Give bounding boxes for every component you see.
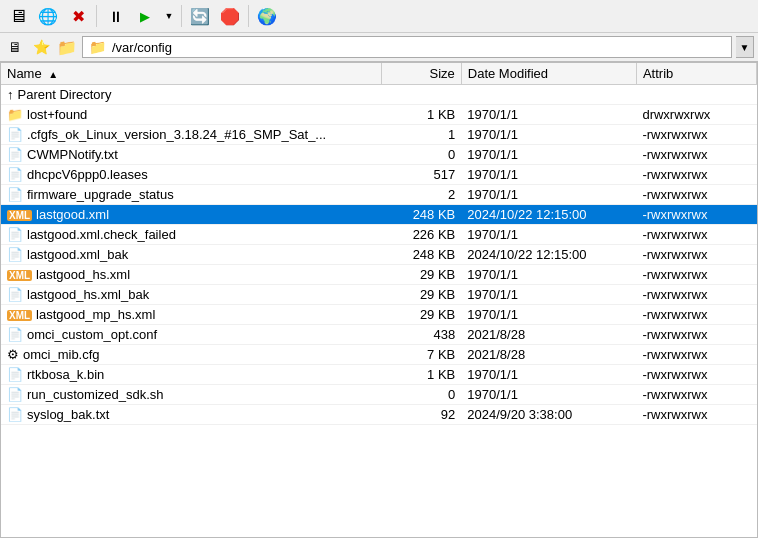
file-icon: 📄 <box>7 287 23 302</box>
file-name-text: rtkbosa_k.bin <box>27 367 104 382</box>
file-icon: ⚙ <box>7 347 19 362</box>
table-row[interactable]: 📄omci_custom_opt.conf4382021/8/28-rwxrwx… <box>1 325 757 345</box>
file-date-cell: 1970/1/1 <box>461 185 636 205</box>
play-button[interactable]: ▶ <box>131 3 159 29</box>
file-name-cell: 📄CWMPNotify.txt <box>1 145 381 165</box>
table-row[interactable]: 📄lastgood.xml_bak248 KB2024/10/22 12:15:… <box>1 245 757 265</box>
file-size-cell: 226 KB <box>381 225 461 245</box>
table-row[interactable]: ↑Parent Directory <box>1 85 757 105</box>
table-row[interactable]: 📄firmware_upgrade_status21970/1/1-rwxrwx… <box>1 185 757 205</box>
cancel-icon: 🛑 <box>220 7 240 26</box>
file-size-cell: 29 KB <box>381 305 461 325</box>
file-name-cell: 📄firmware_upgrade_status <box>1 185 381 205</box>
table-row[interactable]: 📄.cfgfs_ok_Linux_version_3.18.24_#16_SMP… <box>1 125 757 145</box>
addressbar: 🖥 ⭐ 📁 📁 /var/config ▼ <box>0 33 758 62</box>
refresh-button[interactable]: 🔄 <box>186 3 214 29</box>
file-icon: 📄 <box>7 127 23 142</box>
file-name-cell: 📄dhcpcV6ppp0.leases <box>1 165 381 185</box>
col-header-date[interactable]: Date Modified <box>461 63 636 85</box>
table-row[interactable]: 📄run_customized_sdk.sh01970/1/1-rwxrwxrw… <box>1 385 757 405</box>
table-header: Name ▲ Size Date Modified Attrib <box>1 63 757 85</box>
file-attrib-cell: -rwxrwxrwx <box>636 205 756 225</box>
file-name-text: run_customized_sdk.sh <box>27 387 164 402</box>
file-attrib-cell: -rwxrwxrwx <box>636 385 756 405</box>
file-size-cell <box>381 85 461 105</box>
file-date-cell: 2024/9/20 3:38:00 <box>461 405 636 425</box>
file-name-text: lastgood_hs.xml_bak <box>27 287 149 302</box>
file-icon: 📄 <box>7 147 23 162</box>
file-name-cell: ↑Parent Directory <box>1 85 381 105</box>
col-date-label: Date Modified <box>468 66 548 81</box>
table-row[interactable]: ⚙omci_mib.cfg7 KB2021/8/28-rwxrwxrwx <box>1 345 757 365</box>
file-date-cell: 1970/1/1 <box>461 365 636 385</box>
file-attrib-cell: -rwxrwxrwx <box>636 165 756 185</box>
table-row[interactable]: 📄CWMPNotify.txt01970/1/1-rwxrwxrwx <box>1 145 757 165</box>
file-date-cell: 2021/8/28 <box>461 325 636 345</box>
table-row[interactable]: 📄rtkbosa_k.bin1 KB1970/1/1-rwxrwxrwx <box>1 365 757 385</box>
table-row[interactable]: XMLlastgood_mp_hs.xml29 KB1970/1/1-rwxrw… <box>1 305 757 325</box>
pause-button[interactable]: ⏸ <box>101 3 129 29</box>
computer-icon: 🖥 <box>9 6 27 27</box>
toolbar: 🖥 🌐 ✖ ⏸ ▶ ▼ 🔄 🛑 🌍 <box>0 0 758 33</box>
file-name-cell: 📄lastgood_hs.xml_bak <box>1 285 381 305</box>
col-header-size[interactable]: Size <box>381 63 461 85</box>
file-icon: 📄 <box>7 227 23 242</box>
file-icon: 📄 <box>7 167 23 182</box>
file-date-cell: 2024/10/22 12:15:00 <box>461 205 636 225</box>
file-date-cell: 1970/1/1 <box>461 125 636 145</box>
file-icon: 📄 <box>7 407 23 422</box>
file-attrib-cell <box>636 85 756 105</box>
col-header-attrib[interactable]: Attrib <box>636 63 756 85</box>
file-attrib-cell: -rwxrwxrwx <box>636 145 756 165</box>
browser-button[interactable]: 🌍 <box>253 3 281 29</box>
bookmark-button[interactable]: ⭐ <box>30 37 52 57</box>
file-size-cell: 438 <box>381 325 461 345</box>
file-attrib-cell: drwxrwxrwx <box>636 105 756 125</box>
file-size-cell: 29 KB <box>381 285 461 305</box>
address-input-box: 📁 /var/config <box>82 36 732 58</box>
file-name-cell: XMLlastgood_mp_hs.xml <box>1 305 381 325</box>
network-button[interactable]: 🌐 <box>34 3 62 29</box>
file-size-cell: 248 KB <box>381 205 461 225</box>
site-manager-button[interactable]: 🖥 <box>4 37 26 57</box>
up-dir-button[interactable]: 📁 <box>56 37 78 57</box>
disconnect-button[interactable]: ✖ <box>64 3 92 29</box>
separator-1 <box>96 5 97 27</box>
file-attrib-cell: -rwxrwxrwx <box>636 125 756 145</box>
table-row[interactable]: 📄dhcpcV6ppp0.leases5171970/1/1-rwxrwxrwx <box>1 165 757 185</box>
file-date-cell: 1970/1/1 <box>461 285 636 305</box>
file-name-cell: 📄run_customized_sdk.sh <box>1 385 381 405</box>
computer-button[interactable]: 🖥 <box>4 3 32 29</box>
file-date-cell: 1970/1/1 <box>461 305 636 325</box>
table-row[interactable]: XMLlastgood.xml248 KB2024/10/22 12:15:00… <box>1 205 757 225</box>
table-row[interactable]: XMLlastgood_hs.xml29 KB1970/1/1-rwxrwxrw… <box>1 265 757 285</box>
file-icon: 📁 <box>7 107 23 122</box>
table-row[interactable]: 📁lost+found1 KB1970/1/1drwxrwxrwx <box>1 105 757 125</box>
play-dropdown-button[interactable]: ▼ <box>161 3 177 29</box>
file-name-cell: 📄omci_custom_opt.conf <box>1 325 381 345</box>
file-date-cell: 1970/1/1 <box>461 105 636 125</box>
dropdown-arrow-icon: ▼ <box>740 42 750 53</box>
file-attrib-cell: -rwxrwxrwx <box>636 285 756 305</box>
file-icon: 📄 <box>7 247 23 262</box>
file-name-text: lost+found <box>27 107 87 122</box>
file-name-cell: 📄syslog_bak.txt <box>1 405 381 425</box>
file-name-text: Parent Directory <box>18 87 112 102</box>
refresh-icon: 🔄 <box>190 7 210 26</box>
cancel-button[interactable]: 🛑 <box>216 3 244 29</box>
file-size-cell: 1 <box>381 125 461 145</box>
file-name-text: lastgood.xml <box>36 207 109 222</box>
file-icon: XML <box>7 207 32 222</box>
address-dropdown[interactable]: ▼ <box>736 36 754 58</box>
file-name-cell: 📁lost+found <box>1 105 381 125</box>
table-row[interactable]: 📄lastgood.xml.check_failed226 KB1970/1/1… <box>1 225 757 245</box>
table-row[interactable]: 📄lastgood_hs.xml_bak29 KB1970/1/1-rwxrwx… <box>1 285 757 305</box>
addr-folder-icon: 📁 <box>89 39 106 55</box>
file-size-cell: 29 KB <box>381 265 461 285</box>
file-name-text: dhcpcV6ppp0.leases <box>27 167 148 182</box>
file-icon: XML <box>7 307 32 322</box>
file-size-cell: 2 <box>381 185 461 205</box>
table-row[interactable]: 📄syslog_bak.txt922024/9/20 3:38:00-rwxrw… <box>1 405 757 425</box>
file-date-cell: 2024/10/22 12:15:00 <box>461 245 636 265</box>
col-header-name[interactable]: Name ▲ <box>1 63 381 85</box>
